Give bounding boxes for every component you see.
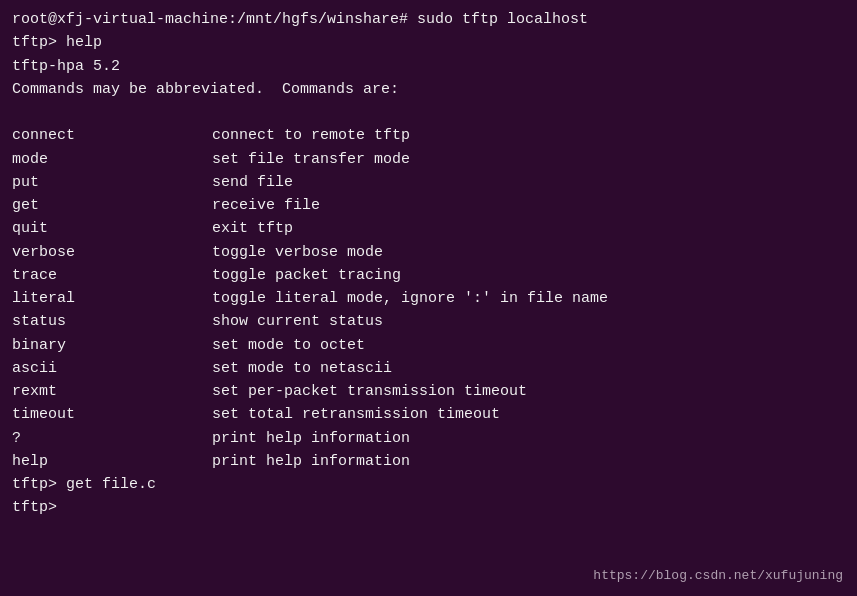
cmd-connect-desc: connect to remote tftp [212,124,410,147]
cmd-quit: quit [12,217,212,240]
watermark: https://blog.csdn.net/xufujuning [593,566,843,586]
cmd-literal: literal [12,287,212,310]
cmd-row-verbose: verbose toggle verbose mode [12,241,845,264]
cmd-row-connect: connect connect to remote tftp [12,124,845,147]
cmd-trace-desc: toggle packet tracing [212,264,401,287]
cmd-status: status [12,310,212,333]
cmd-binary-desc: set mode to octet [212,334,365,357]
cmd-question-desc: print help information [212,427,410,450]
cmd-binary: binary [12,334,212,357]
cmd-rexmt-desc: set per-packet transmission timeout [212,380,527,403]
cmd-mode-desc: set file transfer mode [212,148,410,171]
cmd-row-question: ? print help information [12,427,845,450]
cmd-trace: trace [12,264,212,287]
terminal-line-4: Commands may be abbreviated. Commands ar… [12,78,845,101]
cmd-quit-desc: exit tftp [212,217,293,240]
cmd-help: help [12,450,212,473]
cmd-row-trace: trace toggle packet tracing [12,264,845,287]
cmd-row-quit: quit exit tftp [12,217,845,240]
cmd-put-desc: send file [212,171,293,194]
terminal-line-2: tftp> help [12,31,845,54]
terminal-get-command: tftp> get file.c [12,473,845,496]
cmd-row-literal: literal toggle literal mode, ignore ':' … [12,287,845,310]
cmd-row-binary: binary set mode to octet [12,334,845,357]
cmd-mode: mode [12,148,212,171]
terminal-line-3: tftp-hpa 5.2 [12,55,845,78]
cmd-verbose: verbose [12,241,212,264]
cmd-row-rexmt: rexmt set per-packet transmission timeou… [12,380,845,403]
terminal-line-blank [12,101,845,124]
terminal-window: root@xfj-virtual-machine:/mnt/hgfs/winsh… [0,0,857,596]
cmd-put: put [12,171,212,194]
cmd-timeout-desc: set total retransmission timeout [212,403,500,426]
cmd-verbose-desc: toggle verbose mode [212,241,383,264]
cmd-literal-desc: toggle literal mode, ignore ':' in file … [212,287,608,310]
cmd-row-timeout: timeout set total retransmission timeout [12,403,845,426]
cmd-connect: connect [12,124,212,147]
cmd-row-help: help print help information [12,450,845,473]
cmd-row-status: status show current status [12,310,845,333]
cmd-help-desc: print help information [212,450,410,473]
cmd-get-desc: receive file [212,194,320,217]
cmd-row-get: get receive file [12,194,845,217]
cmd-ascii-desc: set mode to netascii [212,357,392,380]
cmd-get: get [12,194,212,217]
terminal-line-1: root@xfj-virtual-machine:/mnt/hgfs/winsh… [12,8,845,31]
cmd-row-ascii: ascii set mode to netascii [12,357,845,380]
cmd-timeout: timeout [12,403,212,426]
cmd-row-mode: mode set file transfer mode [12,148,845,171]
cmd-status-desc: show current status [212,310,383,333]
cmd-question: ? [12,427,212,450]
cmd-ascii: ascii [12,357,212,380]
cmd-rexmt: rexmt [12,380,212,403]
terminal-prompt: tftp> [12,496,845,519]
cmd-row-put: put send file [12,171,845,194]
